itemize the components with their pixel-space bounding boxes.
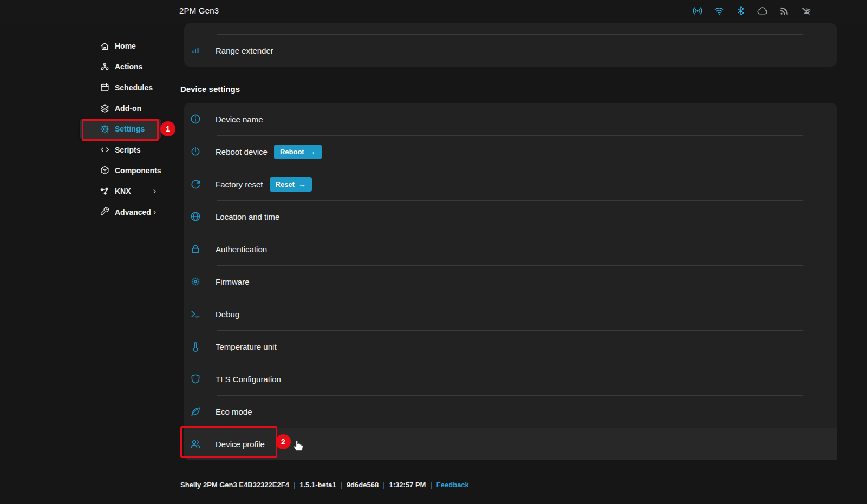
sidebar-item-settings[interactable]: Settings	[80, 119, 161, 139]
row-label: Eco mode	[216, 407, 252, 416]
globe-icon	[190, 211, 201, 222]
cloud-icon[interactable]	[756, 4, 769, 17]
network-settings-card: Range extender	[184, 23, 837, 67]
row-label: Factory reset	[216, 180, 263, 189]
footer-time: 1:32:57 PM	[389, 481, 426, 489]
sidebar-item-advanced[interactable]: Advanced ›	[80, 201, 161, 222]
sidebar-item-label: Components	[115, 166, 161, 175]
footer-build: 9d6de568	[347, 481, 379, 489]
sidebar-item-label: Add-on	[115, 104, 141, 113]
chevron-right-icon: ›	[153, 208, 156, 217]
footer-version: 1.5.1-beta1	[299, 481, 336, 489]
sidebar-item-home[interactable]: Home	[80, 36, 161, 56]
reboot-button[interactable]: Reboot →	[274, 145, 322, 159]
sidebar-item-scripts[interactable]: Scripts	[80, 139, 161, 160]
row-label: Location and time	[216, 212, 279, 221]
reboot-button-label: Reboot	[280, 148, 304, 156]
signal-bars-icon	[190, 44, 201, 56]
settings-row-temperature-unit[interactable]: Temperature unit	[184, 330, 837, 363]
home-icon	[100, 41, 110, 51]
sidebar-item-label: Scripts	[115, 146, 140, 154]
chip-icon	[190, 276, 201, 287]
footer-separator: |	[340, 481, 342, 489]
settings-row-range-extender[interactable]: Range extender	[184, 34, 837, 67]
feedback-link[interactable]: Feedback	[436, 481, 469, 489]
sidebar-item-label: Actions	[115, 62, 142, 71]
sidebar-item-label: Home	[115, 42, 136, 50]
shelly-device-ui: 2PM Gen3	[0, 0, 867, 504]
info-icon	[190, 113, 201, 125]
sidebar-item-actions[interactable]: Actions	[80, 56, 161, 77]
sidebar-item-knx[interactable]: KNX ›	[80, 181, 161, 201]
chevron-right-icon: ›	[153, 187, 156, 195]
annotation-badge-step1: 1	[160, 121, 175, 136]
components-icon	[100, 165, 110, 175]
device-title: 2PM Gen3	[179, 6, 219, 15]
bluetooth-icon[interactable]	[734, 4, 747, 17]
sidebar-item-label: KNX	[115, 187, 131, 195]
row-label: Reboot device	[216, 147, 268, 156]
sidebar-item-label: Schedules	[115, 83, 153, 92]
sidebar-item-schedules[interactable]: Schedules	[80, 77, 161, 98]
row-label: Range extender	[216, 46, 273, 55]
scripts-icon	[100, 145, 110, 155]
schedules-icon	[100, 82, 110, 93]
lock-icon	[190, 243, 201, 255]
device-settings-card: Device name Reboot device Reboot → Facto…	[184, 103, 837, 460]
row-label: Temperature unit	[216, 342, 277, 351]
thermometer-icon	[190, 341, 201, 352]
settings-row-location-time[interactable]: Location and time	[184, 200, 837, 233]
status-icon-strip	[691, 4, 812, 17]
settings-row-authentication[interactable]: Authentication	[184, 233, 837, 265]
row-label: TLS Configuration	[216, 375, 281, 384]
sidebar-item-addon[interactable]: Add-on	[80, 98, 161, 119]
sidebar-item-label: Advanced	[115, 208, 151, 217]
reset-button[interactable]: Reset →	[270, 177, 312, 192]
reset-button-label: Reset	[276, 180, 295, 188]
row-label: Debug	[216, 310, 239, 319]
settings-row-device-name[interactable]: Device name	[184, 103, 837, 135]
hand-cursor-icon	[291, 437, 305, 451]
users-icon	[190, 438, 201, 450]
row-label: Authentication	[216, 245, 267, 254]
outbound-websocket-disabled-icon[interactable]	[799, 4, 812, 17]
settings-gear-icon	[100, 124, 110, 134]
sidebar-item-label: Settings	[115, 125, 145, 133]
row-label: Device profile	[216, 440, 265, 449]
settings-row-eco-mode[interactable]: Eco mode	[184, 395, 837, 428]
arrow-right-icon: →	[298, 180, 306, 188]
leaf-icon	[190, 405, 201, 417]
shield-icon	[190, 373, 201, 385]
knx-icon	[100, 186, 110, 197]
addon-icon	[100, 103, 110, 114]
settings-row-firmware[interactable]: Firmware	[184, 265, 837, 298]
topbar: 2PM Gen3	[0, 0, 867, 24]
power-icon	[190, 146, 201, 158]
footer: Shelly 2PM Gen3 E4B32322E2F4 | 1.5.1-bet…	[180, 481, 469, 489]
settings-row-tls-configuration[interactable]: TLS Configuration	[184, 363, 837, 395]
arrow-right-icon: →	[308, 148, 316, 155]
advanced-icon	[100, 207, 110, 217]
footer-separator: |	[383, 481, 384, 489]
settings-row-factory-reset[interactable]: Factory reset Reset →	[184, 168, 837, 200]
wifi-icon[interactable]	[713, 4, 726, 17]
reset-icon	[190, 178, 201, 190]
actions-icon	[100, 62, 110, 72]
settings-row-reboot[interactable]: Reboot device Reboot →	[184, 135, 837, 168]
ap-icon[interactable]	[691, 4, 704, 17]
row-label: Device name	[216, 115, 263, 124]
section-header-device-settings: Device settings	[180, 84, 240, 94]
annotation-badge-step2: 2	[276, 434, 291, 449]
terminal-icon	[190, 308, 201, 320]
mqtt-icon[interactable]	[778, 4, 791, 17]
footer-separator: |	[430, 481, 432, 489]
sidebar-item-components[interactable]: Components	[80, 160, 161, 181]
row-label: Firmware	[216, 277, 250, 286]
sidebar: Home Actions Schedules	[80, 36, 161, 222]
footer-separator: |	[294, 481, 295, 489]
footer-device-id: Shelly 2PM Gen3 E4B32322E2F4	[180, 481, 289, 489]
settings-row-debug[interactable]: Debug	[184, 298, 837, 330]
